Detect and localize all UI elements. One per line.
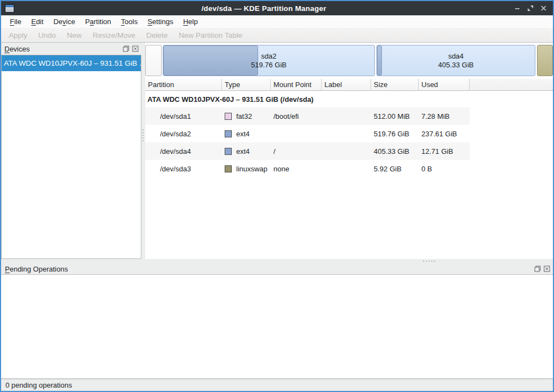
pending-operations-count: 0 pending operations <box>5 381 72 389</box>
kde-partition-manager-window: /dev/sda — KDE Partition Manager File Ed… <box>0 0 554 392</box>
pending-operations-title: Pending Operations <box>5 265 534 273</box>
table-row[interactable]: /dev/sda1 fat32 /boot/efi 512.00 MiB 7.2… <box>145 107 553 125</box>
partition-table: Partition Type Mount Point Label Size Us… <box>145 79 553 259</box>
menu-partition[interactable]: Partition <box>80 16 116 27</box>
minimize-icon[interactable] <box>513 5 521 12</box>
segment-size: 519.76 GiB <box>251 61 287 70</box>
devices-list: ATA WDC WD10JPVX-60J – 931.51 GiB ... <box>1 55 141 259</box>
partition-segment-sda1[interactable] <box>145 45 162 76</box>
filesystem-swatch <box>225 130 232 137</box>
device-group-row[interactable]: ATA WDC WD10JPVX-60J – 931.51 GiB (/dev/… <box>145 91 553 107</box>
menubar: File Edit Device Partition Tools Setting… <box>1 15 553 28</box>
table-row[interactable]: /dev/sda2 ext4 519.76 GiB 237.61 GiB <box>145 125 553 142</box>
header-filler <box>470 79 553 90</box>
devices-float-icon[interactable] <box>122 45 129 53</box>
used-space-fill <box>377 45 382 76</box>
filesystem-swatch <box>225 113 232 120</box>
table-header-row: Partition Type Mount Point Label Size Us… <box>145 79 553 91</box>
new-button[interactable]: New <box>67 31 82 39</box>
devices-dock-title: Devices <box>4 45 122 53</box>
statusbar: 0 pending operations <box>1 379 553 391</box>
window-title: /dev/sda — KDE Partition Manager <box>14 4 513 13</box>
menu-tools[interactable]: Tools <box>116 16 142 27</box>
used-space-fill <box>163 45 258 76</box>
menu-device[interactable]: Device <box>48 16 80 27</box>
filesystem-swatch <box>225 148 232 155</box>
header-mount-point[interactable]: Mount Point <box>271 79 322 90</box>
segment-size: 405.33 GiB <box>438 61 473 70</box>
undo-button[interactable]: Undo <box>38 31 56 39</box>
header-partition[interactable]: Partition <box>145 79 222 90</box>
window-controls <box>513 5 547 12</box>
pending-operations-list <box>1 274 553 379</box>
partition-segment-sda2[interactable]: sda2 519.76 GiB <box>163 45 375 76</box>
partition-segment-sda4[interactable]: sda4 405.33 GiB <box>376 45 535 76</box>
horizontal-splitter[interactable] <box>1 259 553 263</box>
pending-close-icon[interactable] <box>543 266 550 273</box>
partition-segment-sda3[interactable] <box>537 45 553 76</box>
device-view-panel: sda2 519.76 GiB sda4 405.33 GiB Partitio… <box>145 43 553 259</box>
menu-edit[interactable]: Edit <box>26 16 48 27</box>
app-icon[interactable] <box>5 4 14 13</box>
filesystem-swatch <box>225 165 232 172</box>
table-row[interactable]: /dev/sda4 ext4 / 405.33 GiB 12.71 GiB <box>145 142 553 160</box>
new-partition-table-button[interactable]: New Partition Table <box>179 31 242 39</box>
segment-name: sda4 <box>448 52 464 61</box>
header-label[interactable]: Label <box>322 79 371 90</box>
device-list-item[interactable]: ATA WDC WD10JPVX-60J – 931.51 GiB ... <box>2 55 141 71</box>
vertical-splitter[interactable] <box>141 43 145 259</box>
partition-bar: sda2 519.76 GiB sda4 405.33 GiB <box>145 45 553 76</box>
apply-button[interactable]: Apply <box>9 31 27 39</box>
resize-move-button[interactable]: Resize/Move <box>93 31 135 39</box>
pending-operations-titlebar: Pending Operations <box>1 263 553 274</box>
close-icon[interactable] <box>540 5 547 12</box>
main-area: Devices ATA WDC WD10JPVX-60J – 931.51 Gi… <box>1 43 553 259</box>
pending-float-icon[interactable] <box>534 266 541 273</box>
header-used[interactable]: Used <box>419 79 470 90</box>
restore-icon[interactable] <box>527 5 534 12</box>
devices-dock-titlebar: Devices <box>1 43 141 55</box>
delete-button[interactable]: Delete <box>146 31 168 39</box>
partition-bar-area: sda2 519.76 GiB sda4 405.33 GiB <box>145 43 553 79</box>
titlebar: /dev/sda — KDE Partition Manager <box>1 1 553 15</box>
menu-help[interactable]: Help <box>178 16 203 27</box>
toolbar: Apply Undo New Resize/Move Delete New Pa… <box>1 28 553 43</box>
menu-settings[interactable]: Settings <box>142 16 178 27</box>
header-size[interactable]: Size <box>371 79 419 90</box>
segment-name: sda2 <box>261 52 276 61</box>
devices-dock: Devices ATA WDC WD10JPVX-60J – 931.51 Gi… <box>1 43 141 259</box>
devices-close-icon[interactable] <box>132 45 139 53</box>
header-type[interactable]: Type <box>222 79 271 90</box>
table-row[interactable]: /dev/sda3 linuxswap none 5.92 GiB 0 B <box>145 160 553 177</box>
menu-file[interactable]: File <box>5 16 26 27</box>
